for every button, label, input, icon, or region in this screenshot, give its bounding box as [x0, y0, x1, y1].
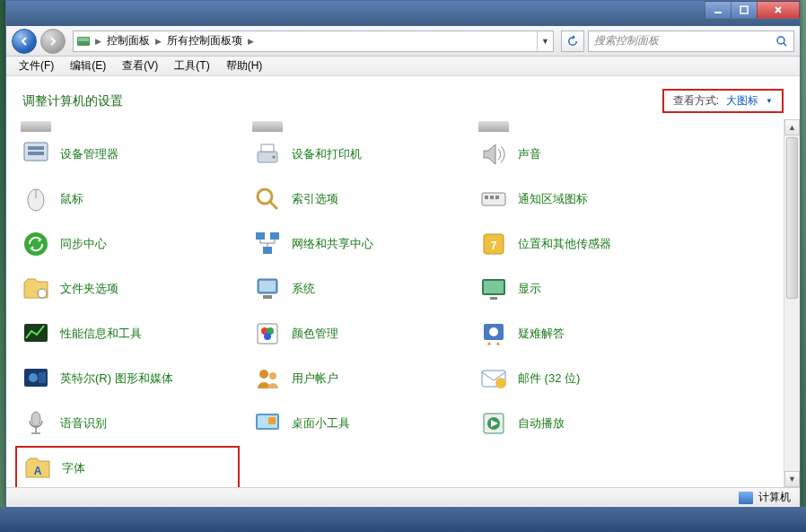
computer-icon [739, 492, 753, 504]
item-troubleshoot[interactable]: 疑难解答 [473, 311, 697, 356]
item-label: 字体 [62, 460, 85, 476]
svg-rect-6 [28, 146, 44, 150]
item-color-mgmt[interactable]: 颜色管理 [247, 311, 471, 356]
window-buttons [705, 1, 800, 19]
navigation-bar: ▶ 控制面板 ▶ 所有控制面板项 ▶ ▼ 搜索控制面板 [6, 26, 800, 57]
view-by-value: 大图标 [726, 93, 758, 109]
search-input[interactable]: 搜索控制面板 [588, 31, 794, 52]
partial-item[interactable] [247, 119, 471, 132]
svg-point-33 [269, 372, 276, 379]
chevron-right-icon: ▶ [93, 37, 103, 46]
breadcrumb-seg2[interactable]: 所有控制面板项 [163, 31, 246, 51]
item-label: 语音识别 [60, 415, 107, 432]
item-notification-area[interactable]: 通知区域图标 [473, 177, 697, 222]
item-fonts[interactable]: A字体 [15, 446, 240, 487]
item-folder-options[interactable]: 文件夹选项 [15, 266, 240, 311]
scroll-down-button[interactable]: ▼ [784, 471, 800, 487]
device-manager-icon [21, 139, 51, 170]
refresh-button[interactable] [561, 31, 584, 52]
item-label: 通知区域图标 [518, 191, 588, 207]
svg-rect-19 [261, 144, 274, 152]
item-mail[interactable]: 邮件 (32 位) [473, 356, 697, 401]
svg-rect-0 [714, 12, 722, 13]
address-bar[interactable]: ▶ 控制面板 ▶ 所有控制面板项 ▶ ▼ [73, 31, 554, 52]
vertical-scrollbar[interactable]: ▲ ▼ [784, 119, 800, 487]
close-button[interactable] [757, 1, 800, 19]
svg-point-16 [31, 412, 40, 426]
item-autoplay[interactable]: 自动播放 [473, 401, 697, 446]
devices-printers-icon [252, 139, 283, 170]
svg-rect-38 [485, 196, 488, 199]
item-sync-center[interactable]: 同步中心 [15, 222, 240, 266]
sync-center-icon [21, 229, 51, 259]
sound-icon [478, 139, 509, 170]
scroll-up-button[interactable]: ▲ [784, 119, 800, 135]
svg-rect-44 [484, 281, 504, 293]
menu-file[interactable]: 文件(F) [12, 57, 61, 75]
search-placeholder: 搜索控制面板 [594, 33, 659, 48]
svg-point-20 [273, 156, 276, 159]
breadcrumb-seg1[interactable]: 控制面板 [103, 31, 153, 51]
item-location-sensors[interactable]: 7位置和其他传感器 [473, 222, 697, 266]
maximize-button[interactable] [731, 1, 758, 19]
control-panel-icon [74, 32, 93, 50]
item-desktop-gadgets[interactable]: 桌面小工具 [247, 401, 471, 446]
svg-point-32 [259, 370, 268, 379]
items-grid: 设备管理器鼠标同步中心文件夹选项性能信息和工具英特尔(R) 图形和媒体语音识别A… [15, 119, 782, 487]
search-icon [775, 35, 788, 48]
item-label: 自动播放 [518, 415, 565, 432]
item-speech[interactable]: 语音识别 [15, 401, 240, 446]
menu-help[interactable]: 帮助(H) [219, 57, 270, 75]
partial-item[interactable] [473, 119, 697, 132]
svg-rect-24 [263, 247, 272, 254]
taskbar[interactable] [0, 507, 806, 532]
titlebar[interactable] [6, 1, 800, 26]
item-label: 桌面小工具 [292, 415, 350, 432]
menu-edit[interactable]: 编辑(E) [63, 57, 113, 75]
menu-tools[interactable]: 工具(T) [167, 57, 216, 75]
item-system[interactable]: 系统 [247, 266, 471, 311]
item-network-sharing[interactable]: 网络和共享中心 [247, 222, 471, 266]
item-sound[interactable]: 声音 [473, 132, 697, 177]
svg-rect-1 [740, 6, 748, 13]
mail-icon [478, 363, 509, 394]
svg-point-49 [495, 378, 506, 388]
svg-rect-22 [256, 232, 265, 240]
status-text: 计算机 [758, 490, 791, 505]
scroll-thumb[interactable] [786, 137, 798, 299]
svg-rect-27 [263, 295, 272, 299]
svg-point-47 [489, 327, 498, 336]
item-label: 设备和打印机 [292, 146, 362, 162]
svg-rect-40 [495, 196, 499, 199]
item-performance[interactable]: 性能信息和工具 [15, 311, 240, 356]
menu-view[interactable]: 查看(V) [115, 57, 165, 75]
svg-point-10 [24, 232, 48, 256]
user-accounts-icon [252, 363, 283, 394]
autoplay-icon [478, 408, 509, 439]
svg-point-4 [777, 37, 784, 44]
partial-item[interactable] [15, 119, 240, 132]
minimize-button[interactable] [705, 1, 732, 19]
item-device-manager[interactable]: 设备管理器 [15, 132, 240, 177]
item-label: 系统 [292, 281, 315, 297]
forward-button[interactable] [40, 29, 66, 54]
svg-rect-3 [78, 38, 89, 41]
item-label: 显示 [518, 281, 541, 297]
performance-icon [21, 318, 51, 349]
item-display[interactable]: 显示 [473, 266, 697, 311]
item-label: 位置和其他传感器 [518, 236, 611, 252]
item-user-accounts[interactable]: 用户帐户 [247, 356, 471, 401]
view-by-selector[interactable]: 查看方式: 大图标 ▼ [662, 89, 784, 113]
item-indexing[interactable]: 索引选项 [247, 177, 471, 222]
svg-text:A: A [34, 465, 42, 477]
item-devices-printers[interactable]: 设备和打印机 [247, 132, 471, 177]
back-button[interactable] [12, 29, 37, 54]
item-mouse[interactable]: 鼠标 [15, 177, 240, 222]
item-label: 同步中心 [60, 236, 107, 252]
location-sensors-icon: 7 [478, 229, 509, 259]
address-dropdown[interactable]: ▼ [537, 31, 553, 51]
troubleshoot-icon [478, 318, 509, 349]
item-intel-graphics[interactable]: 英特尔(R) 图形和媒体 [15, 356, 240, 401]
grid-col-2: 设备和打印机索引选项网络和共享中心系统颜色管理用户帐户桌面小工具 [247, 119, 471, 446]
item-label: 文件夹选项 [60, 281, 118, 297]
